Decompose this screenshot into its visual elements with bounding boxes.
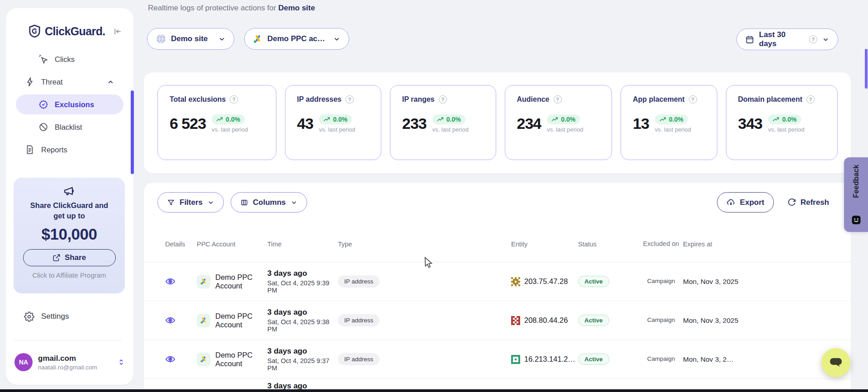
chevron-up-down-icon[interactable] (117, 358, 125, 367)
column-header-expires-at: Expires at (683, 241, 773, 248)
affiliate-program-link[interactable]: Click to Affiliate Program (14, 271, 125, 279)
gear-icon (24, 312, 34, 322)
stat-sub: vs. last period (768, 126, 804, 133)
stat-delta-badge: 0.0% (432, 114, 465, 124)
ppc-account-selector-value: Demo PPC ac… (267, 34, 325, 43)
question-circle-icon[interactable]: ? (230, 95, 238, 104)
settings-label: Settings (41, 312, 69, 321)
partial-row-time-relative: 3 days ago (267, 382, 307, 389)
chevron-up-icon[interactable] (107, 78, 114, 86)
ppc-account-name: Demo PPC Account (215, 351, 267, 368)
trending-up-icon (437, 117, 444, 122)
question-circle-icon[interactable]: ? (689, 95, 697, 104)
stat-delta-badge: 0.0% (655, 114, 688, 124)
stat-delta-badge: 0.0% (768, 114, 801, 124)
funnel-icon (167, 198, 175, 207)
table-body: Demo PPC Account 3 days agoSat, Oct 4, 2… (144, 262, 851, 379)
expires-at-value: Mon, Nov 3, 2025 (683, 278, 773, 286)
columns-button[interactable]: Columns (231, 192, 307, 213)
google-ads-icon (197, 275, 210, 288)
column-header-details: Details (165, 241, 197, 248)
stat-tile-total-exclusions: Total exclusions? 6 523 0.0% vs. last pe… (157, 85, 276, 160)
ppc-account-name: Demo PPC Account (215, 312, 267, 329)
page-subtitle: Realtime logs of protective actions for … (148, 4, 315, 13)
trending-up-icon (551, 117, 558, 122)
account-switcher[interactable]: NA gmail.com naatali.ro@gmail.com (14, 353, 125, 371)
column-header-ppc-account: PPC Account (197, 241, 267, 248)
globe-icon (156, 33, 166, 44)
promo-text: Share ClickGuard and get up to (24, 200, 114, 221)
site-selector[interactable]: Demo site (147, 28, 234, 50)
sidebar-item-clicks[interactable]: Clicks (6, 48, 133, 71)
stat-value: 234 (517, 115, 541, 132)
sidebar-item-label: Blacklist (55, 123, 82, 132)
sidebar-item-reports[interactable]: Reports (6, 138, 133, 161)
page-scrollbar-thumb[interactable] (865, 49, 868, 89)
sidebar-item-exclusions[interactable]: Exclusions (16, 94, 123, 114)
question-circle-icon[interactable]: ? (439, 95, 447, 104)
chevron-down-icon (333, 35, 341, 43)
eye-icon[interactable] (165, 354, 197, 364)
ppc-account-selector[interactable]: Demo PPC ac… (244, 28, 349, 50)
trending-up-icon (773, 117, 779, 122)
refresh-button[interactable]: Refresh (786, 192, 831, 213)
type-badge: IP address (338, 275, 379, 288)
type-badge: IP address (338, 314, 379, 326)
stat-tile-ip-addresses: IP addresses? 43 0.0% vs. last period (285, 85, 382, 160)
site-selector-value: Demo site (171, 34, 208, 43)
stat-delta-badge: 0.0% (319, 114, 352, 124)
eye-icon[interactable] (165, 276, 197, 287)
filters-button[interactable]: Filters (157, 192, 224, 213)
affiliate-promo-card: Share ClickGuard and get up to $10,000 S… (14, 178, 125, 293)
stat-tile-domain-placement: Domain placement? 343 0.0% vs. last peri… (726, 85, 838, 160)
badge-check-icon (38, 99, 48, 109)
cursor-click-icon (38, 54, 48, 64)
question-circle-icon[interactable]: ? (806, 95, 815, 104)
chat-launcher-button[interactable] (821, 348, 850, 377)
stat-label: Total exclusions (170, 95, 226, 104)
share-button-label: Share (65, 253, 86, 262)
sidebar-item-settings[interactable]: Settings (6, 308, 133, 325)
sidebar-item-label: Clicks (55, 55, 75, 64)
sidebar-item-threat[interactable]: Threat (6, 71, 133, 93)
feedback-tab[interactable]: Feedback (844, 157, 868, 232)
table-header-row: Details PPC Account Time Type Entity Sta… (144, 226, 851, 262)
date-range-selector[interactable]: Last 30 days ? (736, 28, 838, 50)
entity-value: 16.213.141.2… (524, 355, 575, 364)
stat-delta-badge: 0.0% (547, 114, 580, 124)
refresh-icon (787, 198, 796, 207)
calendar-icon (745, 35, 754, 44)
feedback-tab-label: Feedback (852, 165, 860, 198)
sidebar-scrollbar-thumb[interactable] (131, 90, 134, 174)
time-absolute: Sat, Oct 4, 2025 9:37 PM (267, 357, 338, 372)
time-relative: 3 days ago (267, 269, 338, 278)
feedback-smiley-icon (851, 215, 861, 225)
collapse-sidebar-icon[interactable] (113, 27, 122, 36)
stat-value: 43 (297, 115, 313, 132)
stat-label: Audience (517, 95, 550, 104)
stats-summary-card: Total exclusions? 6 523 0.0% vs. last pe… (144, 72, 851, 173)
question-circle-icon[interactable]: ? (809, 35, 817, 43)
stat-sub: vs. last period (319, 126, 355, 133)
avatar: NA (14, 353, 33, 371)
share-button[interactable]: Share (23, 249, 116, 266)
status-badge: Active (578, 315, 609, 326)
sidebar-item-blacklist[interactable]: Blacklist (6, 116, 133, 138)
sidebar-item-label: Threat (41, 78, 63, 86)
table-row: Demo PPC Account 3 days agoSat, Oct 4, 2… (144, 301, 851, 340)
eye-icon[interactable] (165, 315, 197, 326)
entity-value: 203.75.47.28 (524, 277, 568, 286)
question-circle-icon[interactable]: ? (346, 95, 354, 104)
google-ads-icon (253, 34, 263, 44)
export-button[interactable]: Export (717, 192, 774, 213)
excluded-on-value: Campaign (639, 355, 683, 363)
stat-delta-badge: 0.0% (212, 114, 245, 124)
column-header-status: Status (578, 241, 639, 248)
time-absolute: Sat, Oct 4, 2025 9:39 PM (267, 279, 338, 294)
question-circle-icon[interactable]: ? (554, 95, 562, 104)
column-header-type: Type (338, 241, 511, 248)
megaphone-icon (63, 185, 76, 198)
excluded-on-value: Campaign (639, 277, 683, 285)
columns-icon (240, 198, 248, 207)
promo-amount: $10,000 (14, 225, 125, 243)
